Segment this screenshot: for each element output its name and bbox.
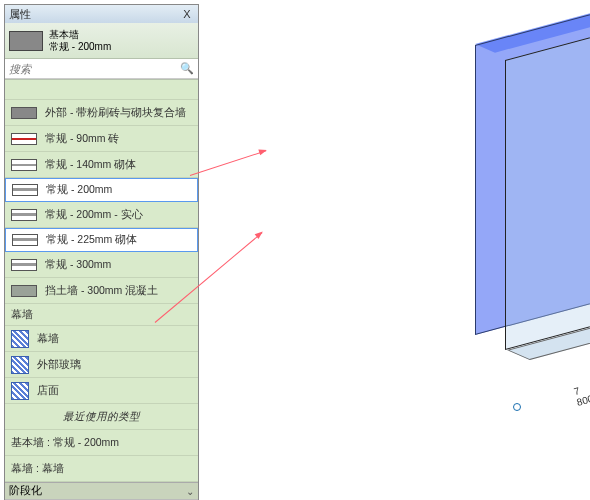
- search-input[interactable]: [9, 63, 180, 75]
- recent-item[interactable]: 基本墙 : 常规 - 200mm: [5, 430, 198, 456]
- type-item[interactable]: 外部玻璃: [5, 352, 198, 378]
- viewport-3d[interactable]: 7 800.0 2200.0: [200, 0, 590, 500]
- type-item-selected[interactable]: 常规 - 200mm: [5, 178, 198, 202]
- wall-swatch-icon: [11, 133, 37, 145]
- wall-swatch-icon: [11, 259, 37, 271]
- recent-label-text: 基本墙 : 常规 - 200mm: [11, 436, 119, 450]
- recent-item[interactable]: 幕墙 : 幕墙: [5, 456, 198, 482]
- wall-swatch-icon: [11, 209, 37, 221]
- phase-section: 阶段化 ⌄ 创建的阶段 新构造 拆除的阶段 无: [5, 482, 198, 500]
- type-item[interactable]: 常规 - 90mm 砖: [5, 126, 198, 152]
- curtain-swatch-icon: [11, 382, 29, 400]
- properties-panel: 属性 X 基本墙 常规 - 200mm 🔍 外部 - 带粉刷砖与砌块复合墙 常规…: [4, 4, 199, 500]
- type-label: 常规 - 90mm 砖: [45, 132, 119, 146]
- type-name: 常规 - 200mm: [49, 41, 111, 53]
- type-item[interactable]: 常规 - 200mm - 实心: [5, 202, 198, 228]
- type-item[interactable]: 常规 - 300mm: [5, 252, 198, 278]
- type-label: 常规 - 225mm 砌体: [46, 233, 137, 247]
- type-label: 常规 - 200mm - 实心: [45, 208, 143, 222]
- type-label: 常规 - 300mm: [45, 258, 111, 272]
- curtain-swatch-icon: [11, 330, 29, 348]
- phase-header[interactable]: 阶段化 ⌄: [5, 482, 198, 500]
- type-item[interactable]: 店面: [5, 378, 198, 404]
- curtain-swatch-icon: [11, 356, 29, 374]
- panel-titlebar[interactable]: 属性 X: [5, 5, 198, 23]
- type-item[interactable]: 幕墙: [5, 326, 198, 352]
- type-list: 外部 - 带粉刷砖与砌块复合墙 常规 - 90mm 砖 常规 - 140mm 砌…: [5, 79, 198, 482]
- type-label: 常规 - 140mm 砌体: [45, 158, 136, 172]
- type-item[interactable]: 常规 - 140mm 砌体: [5, 152, 198, 178]
- type-label: 常规 - 200mm: [46, 183, 112, 197]
- search-icon[interactable]: 🔍: [180, 62, 194, 75]
- wall-swatch-icon: [11, 159, 37, 171]
- recent-label: 最近使用的类型: [63, 410, 140, 424]
- type-label: 店面: [37, 384, 59, 398]
- type-label: 挡土墙 - 300mm 混凝土: [45, 284, 158, 298]
- header-label: 幕墙: [11, 308, 33, 322]
- wall-swatch-icon: [12, 234, 38, 246]
- wall-swatch-icon: [11, 285, 37, 297]
- type-selector[interactable]: 基本墙 常规 - 200mm: [5, 23, 198, 59]
- drag-handle-icon[interactable]: [513, 403, 521, 411]
- type-label: 幕墙: [37, 332, 59, 346]
- search-row: 🔍: [5, 59, 198, 79]
- type-item[interactable]: 挡土墙 - 300mm 混凝土: [5, 278, 198, 304]
- type-swatch-icon: [9, 31, 43, 51]
- close-icon[interactable]: X: [180, 7, 194, 21]
- list-spacer: [5, 80, 198, 100]
- phase-title: 阶段化: [9, 484, 42, 498]
- type-label: 外部玻璃: [37, 358, 81, 372]
- panel-title: 属性: [9, 7, 31, 22]
- dimension-width[interactable]: 7 800.0: [573, 380, 590, 408]
- curtain-wall-header: 幕墙: [5, 304, 198, 326]
- type-family: 基本墙: [49, 29, 111, 41]
- chevron-down-icon: ⌄: [186, 486, 194, 497]
- recent-label-text: 幕墙 : 幕墙: [11, 462, 64, 476]
- recent-header: 最近使用的类型: [5, 404, 198, 430]
- type-text: 基本墙 常规 - 200mm: [49, 29, 111, 53]
- type-item[interactable]: 外部 - 带粉刷砖与砌块复合墙: [5, 100, 198, 126]
- type-label: 外部 - 带粉刷砖与砌块复合墙: [45, 106, 186, 120]
- wall-swatch-icon: [11, 107, 37, 119]
- type-item[interactable]: 常规 - 225mm 砌体: [5, 228, 198, 252]
- wall-swatch-icon: [12, 184, 38, 196]
